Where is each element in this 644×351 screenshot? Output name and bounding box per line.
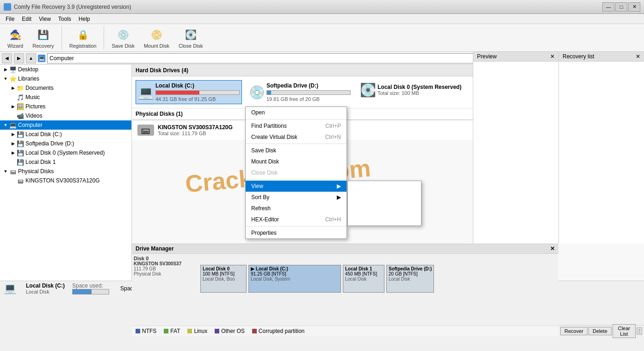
ctx-close-disk: Close Disk <box>246 167 347 178</box>
close-disk-button[interactable]: 💽 Close Disk <box>175 25 207 50</box>
dm-partition-label-0: Local Disk 0 <box>203 266 244 271</box>
expand-softpedia[interactable]: ▶ <box>9 140 17 147</box>
maximize-button[interactable]: □ <box>615 2 627 12</box>
sidebar-label-computer: Computer <box>18 122 43 128</box>
sidebar-item-desktop[interactable]: ▶ 🖥️ Desktop <box>0 65 131 74</box>
submenu-tiles[interactable]: Tiles <box>348 214 421 226</box>
ctx-create-virtual[interactable]: Create Virtual Disk Ctrl+N <box>246 132 347 143</box>
status-space-used-field: Space used: <box>72 282 109 295</box>
ctx-mount-disk[interactable]: Mount Disk <box>246 156 347 167</box>
sidebar-item-computer[interactable]: ▼ 💻 Computer <box>0 120 131 130</box>
up-button[interactable]: ▲ <box>26 53 36 63</box>
sidebar-label-desktop: Desktop <box>18 66 38 73</box>
mount-disk-icon: 📀 <box>149 27 164 42</box>
disk-item-0[interactable]: 💽 Local Disk 0 (System Reserved) Total s… <box>358 80 464 104</box>
context-menu: Open Find Partitions Ctrl+P Create Virtu… <box>245 107 347 239</box>
sidebar-item-music[interactable]: 🎵 Music <box>0 93 131 102</box>
menu-file[interactable]: File <box>2 15 18 23</box>
expand-computer[interactable]: ▼ <box>2 121 9 129</box>
sidebar-item-physical-disks[interactable]: ▼ 🖴 Physical Disks <box>0 167 131 176</box>
ctx-refresh[interactable]: Refresh <box>246 203 347 214</box>
disk-item-d[interactable]: 💿 Softpedia Drive (D:) 19.81 GB free of … <box>247 80 353 104</box>
ctx-sort-by[interactable]: Sort By ▶ <box>246 192 347 203</box>
sidebar-item-local-c[interactable]: ▶ 💾 Local Disk (C:) <box>0 130 131 139</box>
sidebar-item-kingston[interactable]: 🖴 KINGSTON SV300S37A120G <box>0 176 131 185</box>
ctx-open[interactable]: Open <box>246 107 347 118</box>
sidebar-item-libraries[interactable]: ▼ ⭐ Libraries <box>0 74 131 83</box>
ctx-view-arrow: ▶ <box>337 183 341 189</box>
recovery-icon: 💾 <box>36 27 50 42</box>
sidebar-item-softpedia[interactable]: ▶ 💾 Softpedia Drive (D:) <box>0 139 131 148</box>
dm-partition-softpedia[interactable]: Softpedia Drive (D:) 20 GB [NTFS] Local … <box>386 265 434 281</box>
expand-physical[interactable]: ▼ <box>2 168 9 175</box>
sidebar-label-libraries: Libraries <box>18 75 39 82</box>
drive-manager-close[interactable]: ✕ <box>550 245 555 252</box>
expand-music[interactable] <box>9 94 17 101</box>
ctx-find-partitions-shortcut: Ctrl+P <box>325 123 341 129</box>
submenu-details[interactable]: Details <box>348 203 421 214</box>
ctx-hex-editor[interactable]: HEX-Editor Ctrl+H <box>246 214 347 225</box>
softpedia-icon: 💾 <box>17 140 24 147</box>
expand-libraries[interactable]: ▼ <box>2 75 9 82</box>
kingston-disk-name: KINGSTON SV300S37A120G <box>158 124 233 131</box>
submenu-medium-icons[interactable]: Medium Icons <box>348 192 421 203</box>
save-disk-button[interactable]: 💿 Save Disk <box>108 25 138 50</box>
sidebar-item-local-0[interactable]: ▶ 💾 Local Disk 0 (System Reserved) <box>0 148 131 157</box>
expand-videos[interactable] <box>9 112 17 119</box>
menu-view[interactable]: View <box>35 15 55 23</box>
dm-partition-c[interactable]: ▶ Local Disk (C:) 91.25 GB [NTFS] Local … <box>248 265 341 281</box>
clear-list-button[interactable]: Clear List <box>613 324 636 338</box>
expand-kingston[interactable] <box>9 177 17 184</box>
submenu-large-icons[interactable]: Large Icons <box>348 181 421 192</box>
minimize-button[interactable]: — <box>602 2 614 12</box>
mount-disk-button[interactable]: 📀 Mount Disk <box>140 25 173 50</box>
recovery-button[interactable]: 💾 Recovery <box>29 25 57 50</box>
menu-tools[interactable]: Tools <box>55 15 75 23</box>
disk-d-bar-container <box>266 90 351 95</box>
disk-c-info: Local Disk (C:) 44.31 GB free of 91.25 G… <box>155 82 240 102</box>
ctx-properties[interactable]: Properties <box>246 227 347 238</box>
registration-button[interactable]: 🔒 Registration <box>66 25 100 50</box>
recovery-panel-close[interactable]: ✕ <box>636 53 640 60</box>
menu-help[interactable]: Help <box>75 15 94 23</box>
drive-manager-section: Drive Manager ✕ Disk 0 KINGSTON SV300S37… <box>132 244 558 281</box>
dm-disk-0-label: Disk 0 <box>134 256 198 261</box>
title-bar: Comfy File Recovery 3.9 (Unregistered ve… <box>0 0 644 14</box>
sidebar-item-documents[interactable]: ▶ 📁 Documents <box>0 83 131 93</box>
preview-close[interactable]: ✕ <box>550 53 555 60</box>
sidebar-item-pictures[interactable]: ▶ 🖼️ Pictures <box>0 102 131 111</box>
disk-item-c[interactable]: 💻 Local Disk (C:) 44.31 GB free of 91.25… <box>136 80 242 104</box>
recovery-options-button[interactable]: ⋮ <box>637 327 642 335</box>
forward-button[interactable]: ▶ <box>14 53 24 63</box>
sidebar-item-local-1[interactable]: 💾 Local Disk 1 <box>0 157 131 167</box>
close-button[interactable]: ✕ <box>628 2 640 12</box>
back-button[interactable]: ◀ <box>2 53 12 63</box>
delete-button[interactable]: Delete <box>588 327 612 335</box>
sidebar-item-videos[interactable]: 📹 Videos <box>0 111 131 120</box>
expand-local-c[interactable]: ▶ <box>9 131 17 138</box>
status-info-block: Local Disk (C:) Local Disk <box>26 282 65 295</box>
dm-partition-local0[interactable]: Local Disk 0 100 MB [NTFS] Local Disk, B… <box>200 265 247 281</box>
window-controls[interactable]: — □ ✕ <box>602 2 640 12</box>
sidebar-label-softpedia: Softpedia Drive (D:) <box>25 140 74 147</box>
expand-pictures[interactable]: ▶ <box>9 103 17 110</box>
expand-documents[interactable]: ▶ <box>9 84 17 92</box>
preview-title: Preview <box>477 53 497 60</box>
dm-partition-local1[interactable]: Local Disk 1 450 MB [NTFS] Local Disk <box>343 265 384 281</box>
ctx-save-disk[interactable]: Save Disk <box>246 145 347 156</box>
disk-0-top: 💽 Local Disk 0 (System Reserved) Total s… <box>360 82 462 97</box>
expand-desktop[interactable]: ▶ <box>2 66 9 73</box>
ctx-view[interactable]: View ▶ Large Icons Medium Icons Details … <box>246 181 347 192</box>
dm-partition-label-s: Softpedia Drive (D:) <box>389 266 432 271</box>
ctx-find-partitions[interactable]: Find Partitions Ctrl+P <box>246 120 347 132</box>
wizard-button[interactable]: 🧙 Wizard <box>4 25 27 50</box>
app-icon <box>4 3 11 11</box>
menu-edit[interactable]: Edit <box>18 15 35 23</box>
expand-local-1[interactable] <box>9 158 17 166</box>
recover-button[interactable]: Recover <box>560 327 588 335</box>
recovery-panel: Recovery list ✕ <box>558 52 644 244</box>
sidebar-label-physical: Physical Disks <box>18 168 54 175</box>
expand-local-0[interactable]: ▶ <box>9 149 17 157</box>
ctx-sort-by-arrow: ▶ <box>337 194 341 201</box>
space-used-fill <box>73 289 92 294</box>
